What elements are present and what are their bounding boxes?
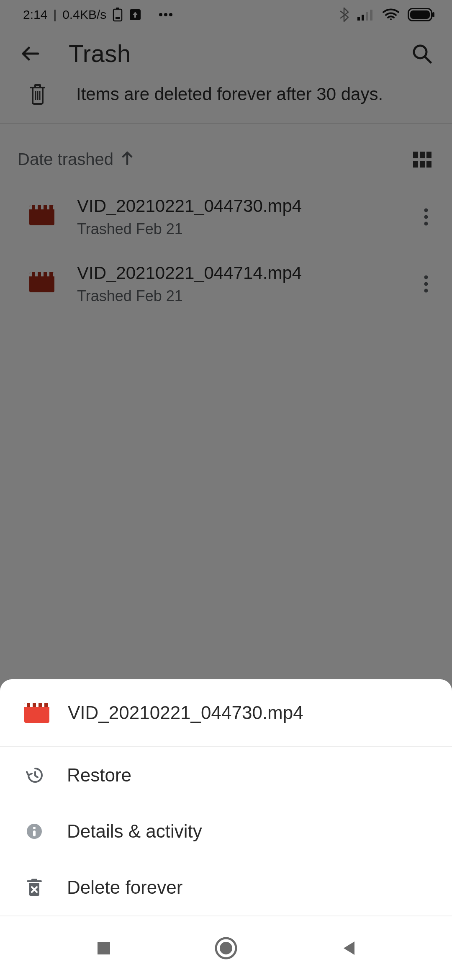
sheet-title: VID_20210221_044730.mp4 bbox=[68, 702, 303, 723]
svg-point-28 bbox=[33, 827, 36, 829]
video-file-icon bbox=[24, 703, 49, 723]
info-icon bbox=[24, 822, 44, 841]
system-nav-bar bbox=[0, 916, 452, 980]
sheet-header: VID_20210221_044730.mp4 bbox=[0, 679, 452, 747]
bottom-sheet: VID_20210221_044730.mp4 Restore Details … bbox=[0, 679, 452, 916]
restore-label: Restore bbox=[67, 765, 131, 786]
details-label: Details & activity bbox=[67, 821, 202, 842]
nav-recent-button[interactable] bbox=[85, 929, 123, 967]
nav-back-button[interactable] bbox=[330, 929, 367, 967]
details-action[interactable]: Details & activity bbox=[0, 803, 452, 859]
svg-point-33 bbox=[220, 942, 232, 954]
svg-rect-31 bbox=[98, 942, 110, 954]
svg-rect-30 bbox=[31, 879, 37, 881]
delete-forever-action[interactable]: Delete forever bbox=[0, 859, 452, 916]
nav-home-button[interactable] bbox=[207, 929, 245, 967]
restore-action[interactable]: Restore bbox=[0, 747, 452, 803]
svg-rect-29 bbox=[33, 830, 36, 836]
delete-forever-icon bbox=[24, 878, 44, 897]
restore-icon bbox=[24, 766, 44, 784]
delete-forever-label: Delete forever bbox=[67, 877, 182, 898]
